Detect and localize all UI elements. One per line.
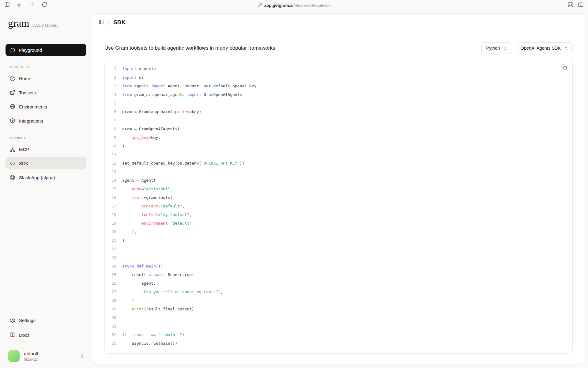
code-line: 27 "Can you tell me about my tools?", bbox=[105, 288, 572, 296]
code-line: 18 toolset="my-toolset", bbox=[105, 211, 572, 219]
code-line: 16 tools=gram.tools( bbox=[105, 193, 572, 202]
code-line: 7 bbox=[105, 116, 572, 125]
slack-icon bbox=[10, 175, 15, 180]
code-icon bbox=[10, 161, 15, 166]
line-number: 24 bbox=[105, 262, 116, 271]
url-path: /ritza-rzx/default/sdk bbox=[294, 3, 331, 8]
code-text: import asyncio bbox=[122, 65, 156, 73]
gram-logo: gram bbox=[8, 18, 29, 29]
sidebar-item-label: Home bbox=[19, 76, 31, 81]
language-select[interactable]: Python bbox=[481, 42, 512, 54]
project-switcher[interactable]: default ritza-rzx bbox=[6, 350, 86, 363]
project-org: ritza-rzx bbox=[24, 357, 38, 362]
url-bar[interactable]: app.getgram.ai/ritza-rzx/default/sdk bbox=[258, 0, 331, 10]
line-number: 7 bbox=[105, 116, 116, 125]
playground-button[interactable]: Playground bbox=[6, 44, 86, 56]
split-view-button[interactable] bbox=[578, 2, 584, 9]
reload-icon bbox=[42, 2, 47, 7]
code-line: 14agent = Agent( bbox=[105, 176, 572, 185]
code-line: 4from gram_ai.openai_agents import GramO… bbox=[105, 90, 572, 99]
browser-back-button[interactable] bbox=[17, 2, 22, 9]
sidebar-item-settings[interactable]: Settings bbox=[6, 314, 86, 326]
sidebar-item-environments[interactable]: Environments bbox=[6, 101, 86, 113]
sidebar-item-docs[interactable]: Docs bbox=[6, 329, 86, 341]
line-number: 15 bbox=[105, 185, 116, 193]
sidebar-item-sdk[interactable]: SDK bbox=[6, 157, 86, 169]
code-line: 13 bbox=[105, 168, 572, 176]
page-description: Use Gram toolsets to build agentic workf… bbox=[104, 45, 275, 51]
sidebar: gram v0.5.0 (alpha) Playground CONFIGURE… bbox=[0, 10, 92, 368]
code-text: ) bbox=[122, 236, 125, 245]
line-number: 19 bbox=[105, 219, 116, 228]
line-number: 6 bbox=[105, 108, 116, 116]
code-line: 12set_default_openai_key(os.getenv("OPEN… bbox=[105, 159, 572, 168]
code-text: toolset="my-toolset", bbox=[122, 211, 192, 219]
sidebar-item-label: Slack App (alpha) bbox=[19, 175, 55, 180]
line-number: 5 bbox=[105, 99, 116, 108]
sidebar-item-home[interactable]: Home bbox=[6, 72, 86, 85]
copy-code-button[interactable] bbox=[562, 64, 567, 71]
reader-settings-button[interactable] bbox=[567, 2, 574, 9]
code-line: 28 ) bbox=[105, 296, 572, 305]
line-number: 32 bbox=[105, 331, 116, 339]
toolbar: Use Gram toolsets to build agentic workf… bbox=[104, 42, 573, 54]
sidebar-item-toolsets[interactable]: Toolsets bbox=[6, 86, 86, 99]
line-number: 27 bbox=[105, 288, 116, 296]
code-line: 1import asyncio bbox=[105, 65, 572, 73]
line-number: 1 bbox=[105, 65, 116, 73]
code-line: 29 print(result.final_output) bbox=[105, 305, 572, 313]
sidebar-item-label: Settings bbox=[19, 318, 36, 323]
line-number: 10 bbox=[105, 142, 116, 150]
split-view-icon bbox=[578, 2, 584, 8]
chevrons-up-down-icon bbox=[564, 46, 568, 50]
framework-select-value: OpenAI Agents SDK bbox=[521, 46, 561, 51]
line-number: 8 bbox=[105, 125, 116, 133]
network-icon bbox=[10, 146, 15, 152]
arrow-left-icon bbox=[17, 2, 22, 8]
framework-select[interactable]: OpenAI Agents SDK bbox=[516, 42, 573, 54]
browser-forward-button[interactable] bbox=[29, 2, 35, 9]
globe-icon bbox=[10, 104, 15, 109]
code-text: set_default_openai_key(os.getenv("OPENAI… bbox=[122, 159, 244, 168]
code-line: 21) bbox=[105, 236, 572, 245]
code-line: 11 bbox=[105, 150, 572, 159]
line-number: 14 bbox=[105, 176, 116, 185]
code-line: 26 agent, bbox=[105, 279, 572, 288]
sidebar-item-integrations[interactable]: Integrations bbox=[6, 115, 86, 127]
code-line: 15 name="Assistant", bbox=[105, 185, 572, 193]
code-text: agent = Agent( bbox=[122, 176, 156, 185]
browser-sidebar-toggle-button[interactable] bbox=[4, 2, 10, 8]
line-number: 12 bbox=[105, 159, 116, 168]
code-text: gram = GramOpenAIAgents( bbox=[122, 125, 180, 133]
code-text: ) bbox=[122, 142, 125, 150]
code-text: api_key=key, bbox=[122, 133, 160, 142]
code-line: 5 bbox=[105, 99, 572, 108]
panel-toggle-button[interactable] bbox=[99, 19, 104, 25]
code-text: async def main(): bbox=[122, 262, 163, 271]
chat-bubble-icon bbox=[10, 47, 15, 53]
code-text: import os bbox=[122, 73, 144, 82]
code-line: 10) bbox=[105, 142, 572, 150]
code-text: environment="default", bbox=[122, 219, 194, 228]
playground-button-label: Playground bbox=[19, 47, 42, 53]
blocks-icon bbox=[10, 90, 15, 95]
chevrons-up-down-icon bbox=[503, 46, 507, 50]
gear-icon bbox=[10, 317, 15, 323]
version-label: v0.5.0 (alpha) bbox=[32, 23, 58, 28]
code-text: name="Assistant", bbox=[122, 185, 172, 193]
line-number: 26 bbox=[105, 279, 116, 288]
sidebar-item-mcp[interactable]: MCP bbox=[6, 143, 86, 155]
sidebar-item-label: Environments bbox=[19, 104, 47, 109]
panel-left-icon bbox=[4, 2, 10, 7]
code-line: 22 bbox=[105, 245, 572, 253]
sidebar-item-slack-app[interactable]: Slack App (alpha) bbox=[6, 171, 86, 184]
line-number: 20 bbox=[105, 228, 116, 236]
sidebar-item-label: SDK bbox=[19, 161, 28, 166]
code-text: ), bbox=[122, 228, 137, 236]
line-number: 21 bbox=[105, 236, 116, 245]
browser-reload-button[interactable] bbox=[42, 2, 47, 8]
line-number: 29 bbox=[105, 305, 116, 313]
code-text: "Can you tell me about my tools?", bbox=[122, 288, 223, 296]
code-line: 25 result = await Runner.run( bbox=[105, 271, 572, 279]
code-listing: 1import asyncio2import os3from agents im… bbox=[105, 65, 572, 348]
